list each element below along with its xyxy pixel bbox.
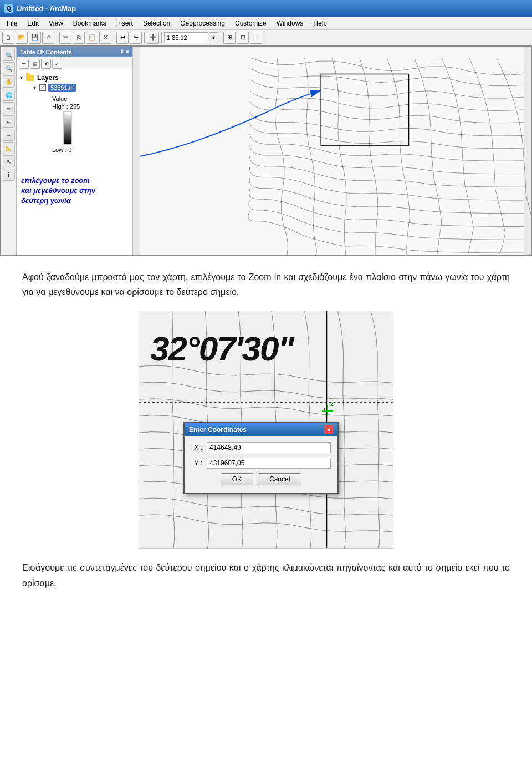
separator-1 [57,32,57,43]
legend-gradient [63,111,72,145]
legend-container: Value High : 255 Low : 0 [19,95,130,154]
toc-checkbox[interactable]: ✓ [39,84,46,91]
scale-dropdown[interactable]: ▼ [209,32,218,43]
coord-dialog-title-text: Enter Coordinates [189,426,247,434]
title-bar: Q Untitled - ArcMap [0,0,532,17]
zoom-full-button[interactable]: ⊞ [223,32,236,44]
coord-cancel-btn[interactable]: Cancel [258,473,301,485]
toc-pin[interactable]: ♯ [121,48,124,55]
menu-bar: File Edit View Bookmarks Insert Selectio… [0,17,532,30]
menu-bookmarks[interactable]: Bookmarks [69,18,111,28]
coord-y-label: Y : [191,459,202,467]
tools-panel: 🔍 🔍 ✋ 🌐 ↔ ← → 📐 ↖ i [1,47,17,255]
annotation-text: επιλέγουμε το zoomκαι μεγεθύνουμε στηνδε… [21,176,95,205]
content-section: Αφού ξαναδούμε μπροστά μας τον χάρτη, επ… [0,256,532,600]
menu-edit[interactable]: Edit [23,18,43,28]
separator-5 [221,32,221,43]
delete-button[interactable]: ✕ [99,32,111,44]
menu-windows[interactable]: Windows [272,18,308,28]
toc-visible-btn[interactable]: 👁 [41,59,51,69]
identify-tool[interactable]: ↔ [3,102,15,114]
topo-map-svg [133,47,531,255]
zoom-out-tool[interactable]: 🔍 [3,62,15,74]
crosshair-label: 2 [330,401,334,407]
legend-high: High : 255 [41,103,130,110]
menu-help[interactable]: Help [309,18,331,28]
menu-selection[interactable]: Selection [139,18,175,28]
toc-select-btn[interactable]: ✓ [52,59,62,69]
toc-layer-row: ▼ ✓ 53591.tif [19,83,130,93]
back-tool[interactable]: ← [3,115,15,128]
map-coords-text: 32°07'30" [150,328,293,369]
main-toolbar: 🗋 📂 💾 🖨 ✂ ⎘ 📋 ✕ ↩ ↪ ➕ ▼ ⊞ ⊡ ≡ [0,30,532,45]
coord-x-label: X : [191,444,202,451]
toc-source-btn[interactable]: ▤ [30,59,40,69]
cut-button[interactable]: ✂ [59,32,71,44]
toc-content: ▼ Layers ▼ ✓ 53591.tif Value High : 255 [17,70,132,156]
coord-ok-btn[interactable]: OK [221,473,253,485]
coord-y-input[interactable] [207,458,331,469]
coord-dialog-title: Enter Coordinates × [185,423,337,436]
layer-name-badge: 53591.tif [48,84,76,92]
add-data-button[interactable]: ➕ [147,32,159,44]
paragraph2: Εισάγουμε τις συντεταγμένες του δεύτερου… [22,560,510,590]
zoom-extent-button[interactable]: ⊡ [237,32,249,44]
layers-button[interactable]: ≡ [250,32,262,44]
toc-layer-expand[interactable]: ▼ [32,85,37,90]
menu-file[interactable]: File [2,18,22,28]
redo-button[interactable]: ↪ [130,32,142,44]
info-tool[interactable]: i [3,169,15,181]
legend-gradient-container [41,111,130,145]
coord-dialog-body: X : Y : OK Cancel [185,436,337,493]
copy-button[interactable]: ⎘ [73,32,85,44]
toc-panel: Table Of Contents ♯ × ☰ ▤ 👁 ✓ ▼ Layers ▼… [17,47,133,255]
separator-3 [144,32,145,43]
coord-x-row: X : [191,442,331,453]
menu-insert[interactable]: Insert [112,18,137,28]
app-icon: Q [4,4,13,13]
toc-header: Table Of Contents ♯ × [17,47,132,57]
map-area[interactable] [133,47,531,255]
window-title: Untitled - ArcMap [17,4,76,13]
coord-dialog-close-btn[interactable]: × [324,425,333,434]
paragraph1: Αφού ξαναδούμε μπροστά μας τον χάρτη, επ… [22,270,510,299]
globe-tool[interactable]: 🌐 [3,89,15,101]
legend-value-label: Value [41,95,130,103]
paste-button[interactable]: 📋 [86,32,98,44]
coord-y-row: Y : [191,458,331,469]
forward-tool[interactable]: → [3,129,15,141]
annotation-box: επιλέγουμε το zoomκαι μεγεθύνουμε στηνδε… [17,172,127,210]
coord-dialog: Enter Coordinates × X : Y : OK Cancel [183,422,339,494]
undo-button[interactable]: ↩ [116,32,129,44]
toc-expand[interactable]: ▼ [19,75,24,80]
main-area: 🔍 🔍 ✋ 🌐 ↔ ← → 📐 ↖ i Table Of Contents ♯ … [0,45,532,256]
legend-low: Low : 0 [41,146,130,154]
measure-tool[interactable]: 📐 [3,142,15,154]
separator-4 [161,32,162,43]
toc-list-btn[interactable]: ☰ [19,59,29,69]
second-image-container: 32°07'30" + 2 Enter Coordinates × X : Y … [139,311,393,549]
save-button[interactable]: 💾 [29,32,41,44]
folder-icon [26,75,34,81]
svg-rect-0 [140,47,524,255]
menu-view[interactable]: View [44,18,68,28]
coord-x-input[interactable] [207,442,331,453]
toc-toolbar: ☰ ▤ 👁 ✓ [17,57,132,70]
toc-close[interactable]: × [126,48,129,55]
new-button[interactable]: 🗋 [2,32,14,44]
zoom-in-tool[interactable]: 🔍 [3,49,15,61]
menu-customize[interactable]: Customize [231,18,271,28]
separator-2 [114,32,114,43]
open-button[interactable]: 📂 [16,32,28,44]
select-tool[interactable]: ↖ [3,155,15,167]
crosshair: + [322,405,333,416]
toc-title: Table Of Contents [20,49,72,55]
toc-layers-row: ▼ Layers [19,73,130,83]
toc-layers-label: Layers [37,74,59,82]
coord-buttons: OK Cancel [191,473,331,487]
menu-geoprocessing[interactable]: Geoprocessing [176,18,229,28]
print-button[interactable]: 🖨 [42,32,54,44]
hand-tool[interactable]: ✋ [3,75,15,88]
scale-input[interactable] [164,32,208,43]
